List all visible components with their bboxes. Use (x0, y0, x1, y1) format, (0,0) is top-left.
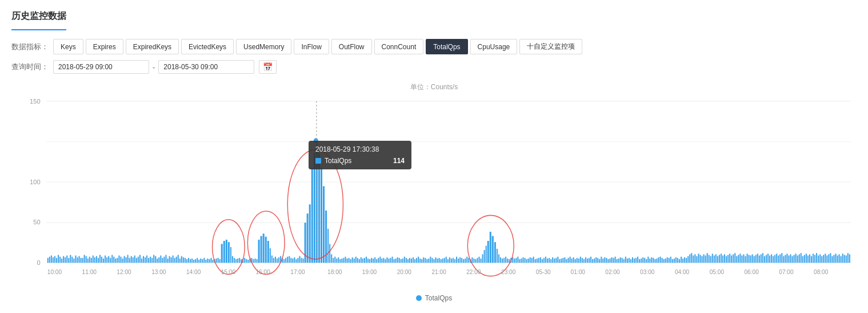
svg-rect-237 (454, 259, 455, 263)
svg-rect-444 (816, 253, 817, 263)
svg-rect-397 (734, 253, 735, 263)
svg-rect-248 (473, 259, 474, 263)
svg-rect-226 (435, 257, 437, 263)
svg-rect-54 (126, 257, 127, 263)
svg-rect-44 (108, 256, 109, 263)
tab-expires[interactable]: Expires (86, 39, 123, 54)
svg-rect-211 (409, 258, 410, 263)
svg-rect-63 (141, 259, 142, 263)
tab-custom[interactable]: 十自定义监控项 (519, 39, 582, 54)
svg-text:06:00: 06:00 (744, 269, 759, 275)
svg-text:16:00: 16:00 (255, 269, 270, 275)
svg-rect-251 (479, 257, 480, 263)
svg-rect-192 (376, 259, 377, 263)
svg-rect-357 (665, 259, 666, 263)
svg-rect-121 (244, 258, 245, 263)
svg-rect-247 (471, 257, 473, 263)
svg-rect-386 (715, 254, 717, 263)
svg-rect-334 (625, 257, 626, 263)
svg-rect-410 (757, 253, 758, 263)
svg-rect-299 (564, 257, 565, 263)
svg-rect-303 (571, 259, 573, 263)
svg-text:22:00: 22:00 (466, 269, 481, 275)
svg-rect-287 (543, 258, 545, 263)
svg-rect-114 (232, 256, 233, 263)
svg-rect-280 (531, 258, 533, 263)
svg-rect-117 (237, 259, 238, 263)
svg-rect-51 (120, 257, 121, 263)
svg-rect-432 (795, 253, 797, 263)
svg-rect-297 (561, 259, 562, 263)
tab-inflow[interactable]: InFlow (294, 39, 329, 54)
svg-rect-50 (118, 256, 119, 263)
svg-rect-101 (207, 259, 208, 263)
svg-rect-184 (362, 259, 363, 263)
tab-cpuusage[interactable]: CpuUsage (470, 39, 518, 54)
svg-rect-235 (451, 259, 452, 263)
svg-rect-423 (779, 254, 781, 263)
svg-rect-308 (580, 257, 581, 263)
svg-rect-170 (338, 257, 339, 263)
svg-rect-412 (761, 254, 762, 263)
svg-rect-352 (656, 259, 657, 263)
svg-rect-394 (729, 253, 730, 263)
chart-svg: 150 100 50 0 (11, 95, 857, 290)
svg-rect-212 (411, 259, 412, 263)
svg-rect-396 (733, 254, 734, 263)
svg-rect-241 (461, 258, 462, 263)
svg-rect-182 (359, 259, 360, 263)
time-start-input[interactable] (53, 60, 149, 74)
svg-rect-209 (406, 258, 407, 263)
svg-rect-227 (437, 259, 438, 263)
svg-rect-203 (395, 259, 397, 263)
svg-rect-62 (139, 255, 141, 263)
svg-rect-75 (162, 258, 163, 263)
svg-rect-346 (646, 259, 647, 263)
svg-rect-178 (352, 257, 353, 263)
tab-totalqps[interactable]: TotalQps (426, 39, 467, 54)
svg-rect-255 (486, 246, 487, 263)
svg-rect-151 (299, 256, 300, 263)
svg-rect-439 (807, 256, 809, 263)
svg-rect-381 (707, 253, 708, 263)
svg-rect-147 (292, 259, 293, 263)
svg-rect-401 (741, 256, 742, 263)
svg-text:150: 150 (30, 98, 41, 105)
svg-rect-462 (847, 253, 849, 263)
svg-rect-259 (494, 242, 496, 263)
svg-rect-42 (105, 256, 106, 263)
svg-rect-129 (258, 240, 260, 263)
svg-rect-127 (254, 259, 255, 263)
svg-text:02:00: 02:00 (605, 269, 620, 275)
svg-rect-16 (59, 257, 61, 263)
calendar-icon[interactable]: 📅 (259, 60, 277, 74)
svg-rect-363 (675, 257, 677, 263)
svg-rect-350 (653, 258, 654, 263)
tab-conncount[interactable]: ConnCount (374, 39, 424, 54)
svg-rect-244 (466, 257, 467, 263)
svg-rect-18 (63, 256, 64, 263)
svg-rect-311 (585, 257, 586, 263)
tab-keys[interactable]: Keys (53, 39, 83, 54)
tab-usedmemory[interactable]: UsedMemory (236, 39, 291, 54)
svg-text:05:00: 05:00 (710, 269, 725, 275)
svg-rect-331 (620, 257, 621, 263)
svg-rect-168 (334, 257, 335, 263)
svg-rect-190 (373, 259, 374, 263)
svg-rect-427 (786, 253, 787, 263)
svg-rect-150 (297, 258, 298, 263)
svg-rect-97 (200, 259, 201, 263)
svg-rect-258 (492, 236, 494, 263)
legend-label: TotalQps (425, 294, 452, 302)
tab-evictedkeys[interactable]: EvictedKeys (181, 39, 234, 54)
time-end-input[interactable] (158, 60, 254, 74)
svg-rect-65 (145, 257, 146, 263)
svg-rect-405 (749, 255, 750, 263)
tab-expiredkeys[interactable]: ExpiredKeys (126, 39, 179, 54)
svg-rect-345 (644, 258, 645, 263)
svg-rect-262 (500, 257, 501, 263)
svg-rect-354 (660, 257, 661, 263)
svg-rect-59 (134, 256, 135, 263)
tab-outflow[interactable]: OutFlow (331, 39, 372, 54)
svg-rect-329 (617, 259, 618, 263)
